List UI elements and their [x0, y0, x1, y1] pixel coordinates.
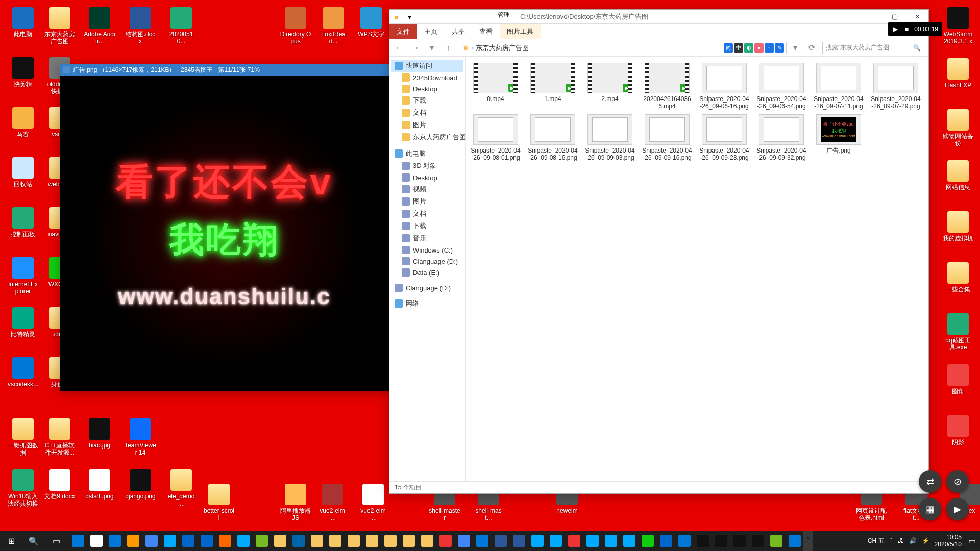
tree-item[interactable]: 快速访问	[391, 60, 463, 72]
tree-item[interactable]: 文档	[391, 107, 463, 119]
tree-item[interactable]: 2345Download	[391, 72, 463, 83]
taskbar-app[interactable]	[510, 531, 528, 551]
tree-item[interactable]: 东京大药房广告图	[391, 131, 463, 143]
nav-back-button[interactable]: ←	[394, 42, 405, 54]
tree-item[interactable]: 音乐	[391, 232, 463, 244]
chip-icon[interactable]: 中	[734, 43, 743, 53]
desktop-icon[interactable]: 文档9.docx	[44, 469, 76, 500]
tray-up-icon[interactable]: ˄	[890, 537, 893, 544]
nav-up-button[interactable]: ↑	[443, 42, 454, 54]
taskbar-app[interactable]	[180, 531, 197, 551]
dropdown-icon[interactable]: ▾	[403, 10, 416, 23]
tree-item[interactable]: 下载	[391, 220, 463, 232]
tree-item[interactable]: 此电脑	[391, 147, 463, 160]
ime-indicator[interactable]: CH 五	[868, 537, 885, 545]
taskbar-app[interactable]	[492, 531, 509, 551]
taskbar-clock[interactable]: 10:05 2020/5/10	[935, 534, 962, 548]
breadcrumb[interactable]: › 东京大药房广告图	[472, 43, 529, 53]
file-item[interactable]: Snipaste_2020-04-26_09-08-01.png	[470, 114, 521, 162]
float-button-link[interactable]: ⊘	[946, 470, 969, 493]
taskbar-app[interactable]	[419, 531, 436, 551]
taskbar-app[interactable]	[621, 531, 638, 551]
taskbar-app[interactable]	[143, 531, 160, 551]
file-item[interactable]: Snipaste_2020-04-26_09-09-16.png	[642, 114, 693, 162]
desktop-icon[interactable]: Win10输入法经典切换	[7, 469, 39, 508]
taskbar-app[interactable]	[106, 531, 124, 551]
taskbar-app[interactable]	[713, 531, 730, 551]
tree-item[interactable]: Clanguage (D:)	[391, 282, 463, 293]
stop-icon[interactable]: ■	[903, 26, 910, 33]
float-button-share[interactable]: ⇄	[919, 470, 941, 493]
minimize-button[interactable]: —	[861, 10, 884, 24]
chip-icon[interactable]: ◐	[744, 43, 753, 53]
desktop-icon[interactable]: 此电脑	[7, 7, 39, 38]
taskbar-app[interactable]	[216, 531, 234, 551]
desktop-icon[interactable]: 圆角	[942, 364, 974, 395]
taskbar-app[interactable]	[639, 531, 656, 551]
desktop-icon[interactable]: 20200510...	[165, 7, 197, 45]
desktop-icon[interactable]: dsfsdf.png	[84, 469, 115, 500]
taskbar-app[interactable]	[327, 531, 344, 551]
taskbar-app[interactable]	[657, 531, 675, 551]
file-explorer-window[interactable]: ▣ ▾ 管理 C:\Users\lenovo\Desktop\东京大药房广告图 …	[389, 9, 929, 494]
tree-item[interactable]: Windows (C:)	[391, 244, 463, 256]
explorer-tree[interactable]: 快速访问2345DownloadDesktop下载文档图片东京大药房广告图此电脑…	[389, 57, 466, 481]
nav-history-button[interactable]: ▾	[426, 42, 437, 54]
taskbar-app[interactable]	[272, 531, 289, 551]
play-icon[interactable]: ▶	[892, 26, 899, 33]
desktop-icon[interactable]: biao.jpg	[84, 418, 115, 449]
desktop-icon[interactable]: 一些合集	[942, 262, 974, 293]
close-button[interactable]: ✕	[906, 10, 928, 24]
taskbar-overflow[interactable]: ˄	[803, 531, 813, 551]
start-button[interactable]: ⊞	[0, 531, 22, 551]
search-button[interactable]: 🔍	[22, 531, 45, 551]
taskbar-app[interactable]	[768, 531, 785, 551]
desktop-icon[interactable]: 购物网站备份	[942, 109, 974, 147]
desktop-icon[interactable]: 回收站	[7, 157, 39, 188]
file-item[interactable]: Snipaste_2020-04-26_09-06-54.png	[756, 63, 807, 110]
file-item[interactable]: Snipaste_2020-04-26_09-06-16.png	[699, 63, 750, 110]
taskbar-app[interactable]	[69, 531, 87, 551]
refresh-button[interactable]: ⟳	[806, 42, 817, 54]
taskbar-app[interactable]	[198, 531, 215, 551]
taskbar-app[interactable]	[547, 531, 565, 551]
desktop-icon[interactable]: 控制面板	[7, 207, 39, 238]
network-icon[interactable]: 🖧	[898, 537, 904, 544]
chip-icon[interactable]: ⌂	[765, 43, 774, 53]
system-tray[interactable]: ˄ 🖧 🔊 ⚡	[890, 537, 929, 544]
tree-item[interactable]: 网络	[391, 297, 463, 310]
desktop-icon[interactable]: FoxitRead...	[317, 7, 349, 45]
explorer-file-pane[interactable]: ▶0.mp4▶1.mp4▶2.mp4▶202004261640366.mp4Sn…	[466, 57, 928, 481]
float-button-grid[interactable]: ▦	[919, 498, 941, 520]
taskbar-app[interactable]	[125, 531, 142, 551]
tree-item[interactable]: Data (E:)	[391, 267, 463, 278]
desktop-icon[interactable]: FlashFXP	[942, 58, 974, 89]
file-item[interactable]: Snipaste_2020-04-26_09-07-11.png	[813, 63, 864, 110]
chip-icon[interactable]: 简	[724, 43, 733, 53]
desktop-icon[interactable]: TeamViewer 14	[125, 418, 156, 457]
desktop-icon[interactable]: WPS文字	[355, 7, 387, 38]
volume-icon[interactable]: 🔊	[909, 537, 917, 544]
ribbon-tab-view[interactable]: 查看	[472, 24, 500, 39]
tree-item[interactable]: 图片	[391, 119, 463, 131]
taskbar-app[interactable]	[437, 531, 454, 551]
desktop-icon[interactable]: 比特精灵	[7, 307, 39, 338]
taskbar-app[interactable]	[566, 531, 583, 551]
file-item[interactable]: ▶0.mp4	[470, 63, 521, 110]
file-item[interactable]: ▶1.mp4	[527, 63, 578, 110]
explorer-titlebar[interactable]: ▣ ▾ 管理 C:\Users\lenovo\Desktop\东京大药房广告图 …	[389, 10, 928, 24]
taskbar-app[interactable]	[749, 531, 767, 551]
taskbar-app[interactable]	[363, 531, 381, 551]
address-bar[interactable]: ▣ › 东京大药房广告图 简 中 ◐ ● ⌂ ✎	[459, 42, 787, 54]
tree-item[interactable]: 图片	[391, 195, 463, 208]
desktop-icon[interactable]: qq截图工具.exe	[942, 313, 974, 352]
taskbar[interactable]: ⊞ 🔍 ▭ ˄ CH 五 ˄ 🖧 🔊 ⚡ 10:05 2020/5/10 ▭	[0, 531, 980, 551]
search-input[interactable]: 搜索"东京大药房广告图" 🔍	[822, 42, 924, 54]
file-item[interactable]: 看了还不会vue我吃翔www.duanshuilu.com广告.png	[813, 114, 864, 162]
taskbar-app[interactable]	[235, 531, 252, 551]
desktop-icon[interactable]: better-scroll	[203, 484, 235, 522]
file-item[interactable]: Snipaste_2020-04-26_09-08-16.png	[527, 114, 578, 162]
taskbar-app[interactable]	[529, 531, 546, 551]
desktop-icon[interactable]: 快剪辑	[7, 57, 39, 88]
file-item[interactable]: ▶2.mp4	[584, 63, 635, 110]
